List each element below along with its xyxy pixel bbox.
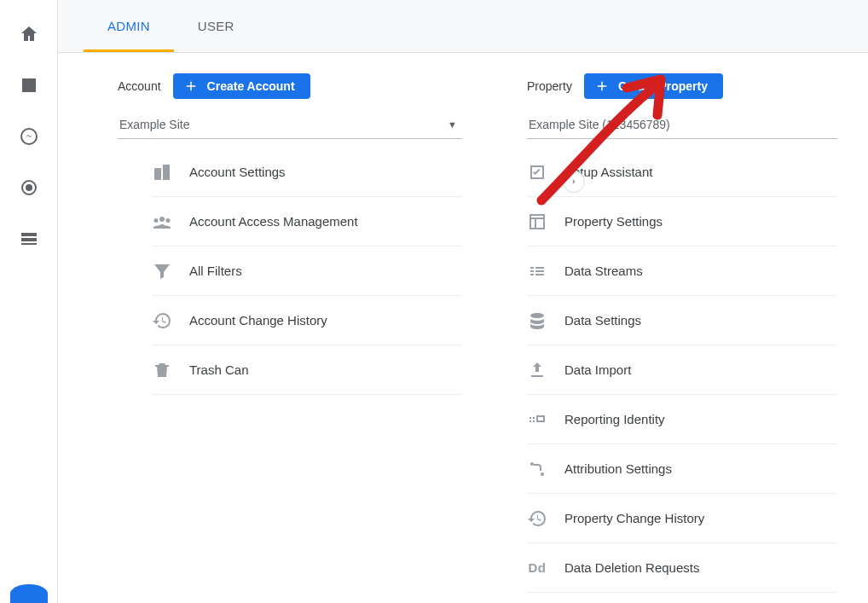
item-label: Data Deletion Requests: [564, 560, 699, 575]
layout-icon: [527, 212, 547, 232]
streams-icon: [527, 261, 547, 281]
attribution-settings-item[interactable]: Attribution Settings: [527, 444, 837, 494]
filter-icon: [152, 261, 172, 281]
account-access-item[interactable]: Account Access Management: [152, 197, 462, 246]
account-settings-item[interactable]: Account Settings: [152, 148, 462, 197]
item-label: Account Settings: [189, 165, 286, 179]
item-label: Data Settings: [564, 313, 641, 328]
property-history-item[interactable]: Property Change History: [527, 494, 837, 543]
data-deletion-item[interactable]: Dd Data Deletion Requests: [527, 543, 837, 593]
item-label: Property Settings: [564, 214, 663, 229]
admin-main: Account Create Account Example Site ▼ Ac…: [58, 53, 868, 603]
item-label: Reporting Identity: [564, 412, 665, 426]
check-square-icon: [527, 162, 547, 183]
account-history-item[interactable]: Account Change History: [152, 296, 462, 345]
upload-icon: [527, 360, 547, 380]
identity-icon: [527, 409, 547, 430]
item-label: All Filters: [189, 264, 242, 278]
item-label: Attribution Settings: [564, 461, 672, 476]
create-account-label: Create Account: [207, 79, 295, 93]
caret-down-icon: ▼: [448, 119, 457, 130]
left-nav-rail: [0, 0, 58, 603]
reports-icon[interactable]: [19, 75, 39, 96]
item-label: Data Import: [564, 362, 631, 377]
database-icon: [527, 310, 547, 331]
account-bubble[interactable]: [10, 584, 48, 603]
create-property-button[interactable]: Create Property: [584, 73, 723, 99]
arrow-right-icon: [568, 176, 580, 188]
account-selected-value: Example Site: [119, 118, 189, 131]
tab-user[interactable]: USER: [174, 0, 258, 52]
trash-icon: [152, 360, 172, 380]
explore-icon[interactable]: [19, 126, 39, 147]
all-filters-item[interactable]: All Filters: [152, 246, 462, 296]
item-label: Property Change History: [564, 511, 704, 525]
item-label: Data Streams: [564, 264, 643, 278]
history-icon: [527, 508, 547, 529]
route-icon: [527, 459, 547, 479]
property-column-header: Property Create Property: [527, 73, 837, 99]
plus-icon: [183, 78, 199, 94]
item-label: Trash Can: [189, 362, 248, 377]
trash-can-item[interactable]: Trash Can: [152, 345, 462, 395]
item-label: Account Change History: [189, 313, 327, 328]
building-icon: [152, 162, 172, 183]
create-account-button[interactable]: Create Account: [173, 73, 310, 99]
expand-column-button[interactable]: [563, 171, 585, 193]
people-icon: [152, 212, 172, 232]
tab-admin[interactable]: ADMIN: [84, 0, 174, 52]
account-selector[interactable]: Example Site ▼: [118, 114, 462, 139]
data-import-item[interactable]: Data Import: [527, 345, 837, 395]
advertising-icon[interactable]: [19, 177, 39, 198]
data-streams-item[interactable]: Data Streams: [527, 246, 837, 296]
property-column: Property Create Property Example Site (1…: [493, 73, 868, 603]
history-icon: [152, 310, 172, 331]
property-selected-value: Example Site (123456789): [529, 118, 670, 131]
create-property-label: Create Property: [618, 79, 708, 93]
admin-tab-bar: ADMIN USER: [58, 0, 868, 53]
configure-icon[interactable]: [19, 229, 39, 249]
plus-icon: [594, 78, 610, 94]
account-column: Account Create Account Example Site ▼ Ac…: [58, 73, 493, 603]
home-icon[interactable]: [19, 24, 39, 44]
property-selector[interactable]: Example Site (123456789): [527, 114, 837, 139]
property-label: Property: [527, 79, 572, 93]
dd-icon: Dd: [527, 560, 547, 575]
data-settings-item[interactable]: Data Settings: [527, 296, 837, 345]
account-label: Account: [118, 79, 161, 93]
property-settings-item[interactable]: Property Settings: [527, 197, 837, 246]
account-column-header: Account Create Account: [118, 73, 462, 99]
reporting-identity-item[interactable]: Reporting Identity: [527, 395, 837, 444]
item-label: Account Access Management: [189, 214, 358, 229]
